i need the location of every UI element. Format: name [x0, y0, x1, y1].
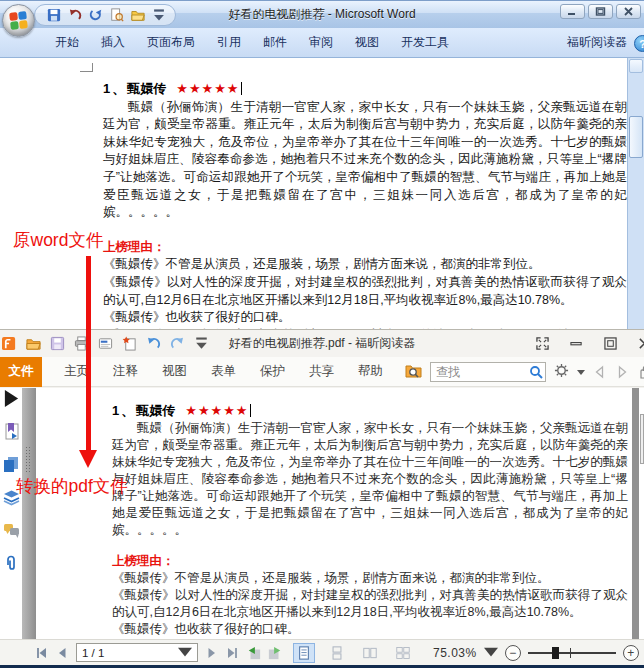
zoom-out-icon[interactable]: − — [505, 645, 521, 661]
prev-view-icon[interactable] — [247, 646, 261, 660]
word-document-page[interactable]: 1、甄嬛传★★★★★ 甄嬛（孙俪饰演）生于清朝一官宦人家，家中长女，只有一个妹妹… — [0, 58, 627, 329]
tab-mailings[interactable]: 邮件 — [252, 30, 298, 55]
page-box-caret-icon[interactable] — [178, 646, 192, 660]
tab-file[interactable]: 文件 — [0, 357, 42, 387]
panel-divider[interactable] — [22, 388, 36, 639]
undo-icon[interactable] — [146, 336, 161, 351]
fit-window-icon[interactable] — [536, 337, 549, 350]
save-icon[interactable] — [50, 336, 65, 351]
prev-page-icon[interactable] — [55, 646, 69, 660]
first-page-icon[interactable] — [34, 646, 48, 660]
text-boundary-corner-mark — [80, 63, 93, 72]
next-view-icon[interactable] — [268, 646, 282, 660]
restore-icon[interactable] — [604, 337, 617, 350]
tab-protect[interactable]: 保护 — [248, 357, 297, 387]
synopsis-paragraph: 甄嬛（孙俪饰演）生于清朝一官宦人家，家中长女，只有一个妹妹玉娆，父亲甄远道在朝廷… — [112, 420, 628, 539]
tab-review[interactable]: 审阅 — [298, 30, 344, 55]
search-folder-icon[interactable] — [405, 363, 422, 381]
annotation-arrow-line — [86, 256, 91, 452]
page-number-box[interactable]: 1 / 1 — [76, 643, 198, 662]
forward-icon[interactable] — [615, 365, 629, 379]
tab-view[interactable]: 视图 — [150, 357, 199, 387]
word-window-controls — [560, 4, 641, 19]
text-cursor-mark — [250, 404, 251, 417]
word-document-text: 1、甄嬛传★★★★★ 甄嬛（孙俪饰演）生于清朝一官宦人家，家中长女，只有一个妹妹… — [103, 80, 627, 329]
comments-icon[interactable] — [3, 522, 20, 539]
reason-line: 《甄嬛传》也收获了很好的口碑。 — [103, 309, 627, 327]
last-page-icon[interactable] — [226, 646, 240, 660]
rating-stars: ★★★★★ — [185, 403, 248, 418]
tab-comment[interactable]: 注释 — [101, 357, 150, 387]
document-heading: 1、甄嬛传★★★★★ — [103, 80, 627, 98]
pdf-document-text: 1、甄嬛传★★★★★ 甄嬛（孙俪饰演）生于清朝一官宦人家，家中长女，只有一个妹妹… — [112, 402, 628, 639]
email-icon[interactable] — [98, 336, 113, 351]
synopsis-paragraph: 甄嬛（孙俪饰演）生于清朝一官宦人家，家中长女，只有一个妹妹玉娆，父亲甄远道在朝廷… — [103, 99, 627, 222]
redo-icon[interactable] — [89, 8, 103, 22]
new-document-icon[interactable] — [122, 336, 137, 351]
facing-view-icon[interactable] — [359, 643, 381, 663]
minimize-button[interactable] — [560, 4, 585, 19]
tab-share[interactable]: 共享 — [297, 357, 346, 387]
help-icon[interactable]: ? — [634, 35, 644, 52]
zoom-slider-track[interactable] — [528, 652, 616, 654]
zoom-slider[interactable] — [528, 646, 616, 660]
divider-grip[interactable] — [25, 446, 32, 472]
continuous-view-icon[interactable] — [326, 643, 348, 663]
gear-icon[interactable] — [554, 363, 569, 381]
attachments-icon[interactable] — [3, 555, 20, 572]
scrollbar-thumb[interactable] — [629, 116, 643, 158]
tab-insert[interactable]: 插入 — [90, 30, 136, 55]
word-file-annotation: 原word文件 — [13, 228, 103, 252]
pdf-scrollbar-thumb[interactable] — [640, 414, 644, 464]
expand-panel-icon[interactable] — [3, 390, 20, 407]
continuous-facing-view-icon[interactable] — [392, 643, 414, 663]
hand-tool-icon[interactable] — [637, 365, 644, 379]
foxit-titlebar: 好看的电视剧推荐.pdf - 福昕阅读器 — [0, 330, 644, 357]
office-button[interactable] — [2, 4, 35, 37]
foxit-toolbar-right — [405, 362, 644, 382]
tab-form[interactable]: 表单 — [199, 357, 248, 387]
tab-foxit-reader[interactable]: 福昕阅读器 — [556, 30, 638, 55]
single-page-view-icon[interactable] — [293, 643, 315, 663]
word-vertical-scrollbar[interactable] — [627, 58, 644, 329]
close-button[interactable] — [616, 4, 641, 19]
open-folder-icon[interactable] — [26, 336, 41, 351]
save-icon[interactable] — [47, 8, 61, 22]
tab-page-layout[interactable]: 页面布局 — [136, 30, 206, 55]
office-logo-icon — [9, 11, 28, 30]
scroll-up-button[interactable] — [629, 59, 643, 73]
tab-developer[interactable]: 开发工具 — [390, 30, 460, 55]
navigation-sidebar — [0, 388, 22, 639]
next-page-icon[interactable] — [205, 646, 219, 660]
gear-caret-icon[interactable] — [577, 365, 585, 379]
zoom-caret-icon[interactable] — [484, 646, 498, 660]
restore-button[interactable] — [588, 4, 613, 19]
pdf-scrollbar[interactable] — [632, 388, 639, 639]
minimize-icon[interactable] — [570, 337, 583, 350]
pdf-page[interactable]: 1、甄嬛传★★★★★ 甄嬛（孙俪饰演）生于清朝一官宦人家，家中长女，只有一个妹妹… — [36, 388, 630, 639]
word-window: 好看的电视剧推荐 - Microsoft Word 开始 插入 页面布局 引用 … — [0, 0, 644, 329]
close-icon[interactable] — [638, 337, 644, 350]
word-window-title: 好看的电视剧推荐 - Microsoft Word — [120, 1, 524, 29]
heading-number: 1、 — [103, 81, 127, 96]
heading-title: 甄嬛传 — [136, 403, 175, 418]
undo-icon[interactable] — [68, 8, 82, 22]
foxit-tab-row: 文件 主页 注释 视图 表单 保护 共享 帮助 — [0, 357, 644, 387]
zoom-level: 75.03% — [433, 646, 477, 660]
annotation-arrow-head — [79, 450, 97, 468]
tab-home[interactable]: 开始 — [44, 30, 90, 55]
zoom-slider-handle[interactable] — [552, 647, 559, 659]
tab-view[interactable]: 视图 — [344, 30, 390, 55]
foxit-window-title: 好看的电视剧推荐.pdf - 福昕阅读器 — [160, 330, 484, 357]
search-icon[interactable] — [529, 365, 543, 379]
back-icon[interactable] — [593, 365, 607, 379]
page-thumbnails-icon[interactable] — [3, 456, 20, 473]
zoom-in-icon[interactable]: + — [623, 645, 639, 661]
reason-line: 《甄嬛传》也收获了很好的口碑。 — [112, 621, 628, 638]
bookmarks-icon[interactable] — [3, 423, 20, 440]
reason-line: 《甄嬛传》不管是从演员，还是服装，场景，剧情方面来说，都演的非常到位。 — [103, 256, 627, 274]
foxit-status-bar: 1 / 1 75.03% − + — [0, 639, 644, 665]
tab-references[interactable]: 引用 — [206, 30, 252, 55]
tab-home[interactable]: 主页 — [52, 357, 101, 387]
tab-help[interactable]: 帮助 — [346, 357, 395, 387]
